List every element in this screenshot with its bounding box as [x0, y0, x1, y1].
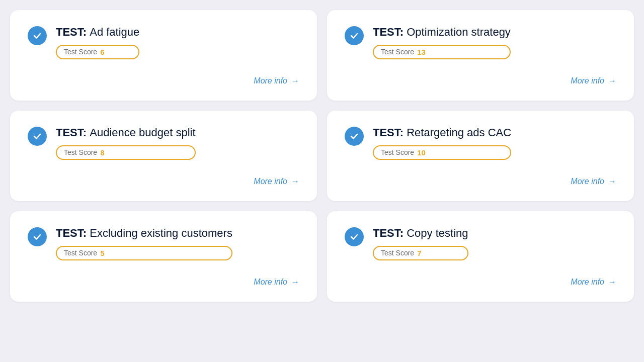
card-top: TEST: Excluding existing customers Test … [28, 226, 299, 260]
score-badge: Test Score 5 [56, 246, 232, 260]
score-label: Test Score [381, 48, 414, 56]
card-ad-fatigue: TEST: Ad fatigue Test Score 6 More info … [10, 10, 317, 101]
arrow-icon: → [608, 76, 616, 85]
card-top: TEST: Optimization strategy Test Score 1… [345, 25, 616, 59]
score-label: Test Score [64, 48, 97, 56]
check-icon [28, 227, 47, 246]
score-value: 7 [417, 249, 421, 257]
arrow-icon: → [291, 76, 299, 85]
title-content: TEST: Audience budget split Test Score 8 [56, 126, 196, 160]
card-title: TEST: Retargeting ads CAC [373, 126, 511, 140]
score-badge: Test Score 13 [373, 45, 511, 59]
score-badge: Test Score 6 [56, 45, 139, 59]
test-name: Excluding existing customers [90, 227, 232, 239]
score-value: 5 [100, 249, 104, 257]
check-icon [345, 127, 364, 146]
card-audience-budget-split: TEST: Audience budget split Test Score 8… [10, 111, 317, 201]
test-name: Optimization strategy [407, 26, 511, 38]
check-icon [345, 227, 364, 246]
score-value: 6 [100, 48, 104, 56]
test-prefix: TEST: [373, 26, 407, 38]
card-title: TEST: Excluding existing customers [56, 226, 232, 241]
card-title: TEST: Audience budget split [56, 126, 196, 140]
more-info-label: More info [571, 278, 604, 287]
test-prefix: TEST: [56, 26, 90, 38]
card-top: TEST: Retargeting ads CAC Test Score 10 [345, 126, 616, 160]
more-info-link[interactable]: More info → [571, 278, 616, 287]
card-top: TEST: Copy testing Test Score 7 [345, 226, 616, 260]
check-icon [28, 26, 47, 45]
more-info-link[interactable]: More info → [254, 278, 299, 287]
score-value: 10 [417, 148, 426, 157]
score-label: Test Score [381, 249, 414, 257]
score-badge: Test Score 10 [373, 145, 511, 160]
card-bottom: More info → [345, 177, 616, 186]
card-bottom: More info → [345, 76, 616, 85]
more-info-label: More info [254, 177, 287, 186]
more-info-link[interactable]: More info → [571, 76, 616, 85]
card-bottom: More info → [28, 278, 299, 287]
check-icon [28, 127, 47, 146]
test-prefix: TEST: [373, 126, 407, 139]
test-prefix: TEST: [56, 227, 90, 239]
more-info-label: More info [571, 76, 604, 85]
arrow-icon: → [291, 177, 299, 186]
more-info-label: More info [571, 177, 604, 186]
more-info-link[interactable]: More info → [254, 76, 299, 85]
arrow-icon: → [608, 278, 616, 287]
test-prefix: TEST: [56, 126, 90, 139]
card-title: TEST: Ad fatigue [56, 25, 139, 40]
arrow-icon: → [291, 278, 299, 287]
card-copy-testing: TEST: Copy testing Test Score 7 More inf… [327, 211, 634, 302]
title-content: TEST: Ad fatigue Test Score 6 [56, 25, 139, 59]
title-content: TEST: Excluding existing customers Test … [56, 226, 232, 260]
score-badge: Test Score 8 [56, 145, 196, 160]
test-name: Audience budget split [90, 126, 195, 139]
card-bottom: More info → [345, 278, 616, 287]
score-label: Test Score [64, 148, 97, 156]
test-name: Copy testing [407, 227, 468, 239]
more-info-link[interactable]: More info → [254, 177, 299, 186]
more-info-link[interactable]: More info → [571, 177, 616, 186]
test-prefix: TEST: [373, 227, 407, 239]
test-name: Ad fatigue [90, 26, 139, 38]
title-content: TEST: Copy testing Test Score 7 [373, 226, 468, 260]
check-icon [345, 26, 364, 45]
card-optimization-strategy: TEST: Optimization strategy Test Score 1… [327, 10, 634, 101]
score-label: Test Score [64, 249, 97, 257]
card-excluding-existing-customers: TEST: Excluding existing customers Test … [10, 211, 317, 302]
card-title: TEST: Optimization strategy [373, 25, 511, 40]
arrow-icon: → [608, 177, 616, 186]
score-badge: Test Score 7 [373, 246, 468, 260]
card-top: TEST: Audience budget split Test Score 8 [28, 126, 299, 160]
title-content: TEST: Retargeting ads CAC Test Score 10 [373, 126, 511, 160]
card-top: TEST: Ad fatigue Test Score 6 [28, 25, 299, 59]
cards-grid: TEST: Ad fatigue Test Score 6 More info … [10, 10, 634, 302]
more-info-label: More info [254, 76, 287, 85]
card-bottom: More info → [28, 177, 299, 186]
score-label: Test Score [381, 148, 414, 156]
card-retargeting-ads-cac: TEST: Retargeting ads CAC Test Score 10 … [327, 111, 634, 201]
card-bottom: More info → [28, 76, 299, 85]
score-value: 13 [417, 48, 426, 56]
title-content: TEST: Optimization strategy Test Score 1… [373, 25, 511, 59]
more-info-label: More info [254, 278, 287, 287]
score-value: 8 [100, 148, 104, 157]
test-name: Retargeting ads CAC [407, 126, 511, 139]
card-title: TEST: Copy testing [373, 226, 468, 241]
